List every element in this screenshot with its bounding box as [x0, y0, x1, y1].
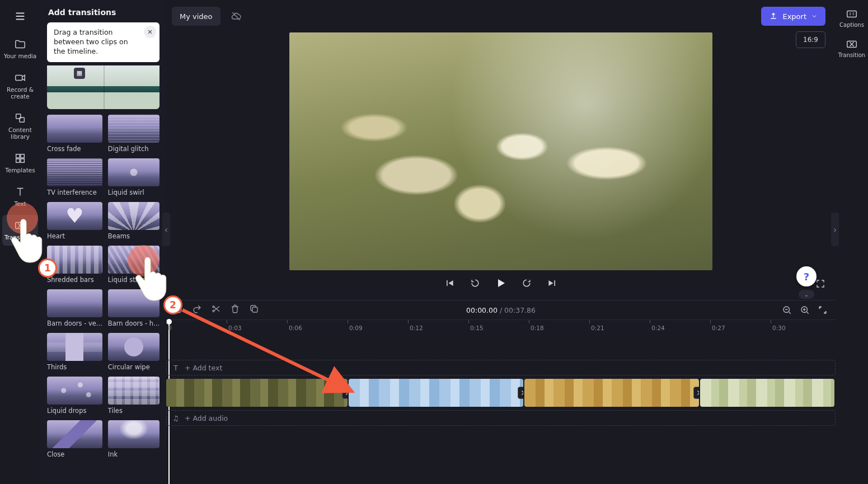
ruler-tick: 0:15	[468, 320, 484, 332]
transition-thumbnail	[47, 289, 102, 317]
redo-button[interactable]	[192, 304, 202, 314]
upload-icon	[769, 12, 778, 21]
split-button[interactable]	[211, 304, 221, 314]
transition-label: TV interference	[47, 189, 102, 196]
transition-marker[interactable]	[518, 387, 523, 399]
tool-content-library[interactable]: Content library	[2, 107, 38, 144]
skip-end-button[interactable]	[545, 276, 560, 290]
transition-item[interactable]: Thirds	[47, 333, 102, 371]
video-clip-1[interactable]	[166, 379, 348, 407]
transitions-panel: Add transitions Drag a transition betwee…	[40, 0, 166, 484]
ruler-tick: 0:09	[348, 320, 363, 332]
transition-item[interactable]: Digital glitch	[108, 115, 159, 153]
transition-thumbnail	[108, 420, 159, 448]
transition-marker[interactable]	[342, 387, 348, 399]
svg-rect-6	[21, 159, 24, 162]
transition-item[interactable]: Barn doors - ve...	[47, 289, 102, 327]
fullscreen-button[interactable]	[815, 279, 825, 291]
transition-label: Liquid drops	[47, 407, 102, 415]
tool-label: Templates	[5, 167, 35, 173]
video-clip-3[interactable]	[524, 379, 699, 407]
transition-thumbnail	[108, 289, 159, 317]
play-button[interactable]	[494, 276, 508, 290]
undo-button[interactable]	[173, 304, 183, 314]
collapse-left-panel[interactable]: ‹	[162, 213, 170, 246]
transition-item[interactable]: TV interference	[47, 158, 102, 196]
transition-item[interactable]: Beams	[108, 202, 159, 240]
transition-marker[interactable]	[693, 387, 699, 399]
transition-thumbnail	[108, 202, 159, 230]
timeline-zoom-controls	[782, 305, 828, 315]
right-label: Transition	[838, 52, 865, 58]
zoom-out-button[interactable]	[782, 305, 792, 315]
project-title-chip[interactable]: My video	[172, 7, 220, 26]
video-clip-4[interactable]	[700, 379, 834, 407]
transition-label: Liquid swirl	[108, 189, 159, 196]
skip-start-button[interactable]	[442, 276, 457, 290]
playback-controls	[442, 276, 560, 290]
tool-label: Content library	[2, 126, 38, 140]
transition-thumbnail	[47, 202, 102, 230]
timeline-timecode: 00:00.00 / 00:37.86	[466, 306, 536, 314]
video-preview[interactable]	[289, 32, 712, 270]
transition-item[interactable]: Cross fade	[47, 115, 102, 153]
menu-button[interactable]	[8, 6, 32, 27]
text-icon	[14, 186, 26, 198]
transition-icon	[846, 38, 858, 50]
transition-label: Cross fade	[47, 145, 102, 153]
camera-icon	[14, 72, 26, 84]
tool-label: Record & create	[2, 86, 38, 100]
video-clip-2[interactable]	[349, 379, 523, 407]
transition-item[interactable]: Liquid swirl	[108, 158, 159, 196]
cloud-sync-button[interactable]	[226, 7, 246, 26]
transition-label: Liquid streaks	[108, 276, 159, 284]
ruler-tick: 0	[166, 320, 172, 332]
tip-preview-image: ▦	[47, 65, 159, 109]
transition-item[interactable]: Barn doors - h...	[108, 289, 159, 327]
transition-item[interactable]: Ink	[108, 420, 159, 458]
forward-5s-button[interactable]	[519, 276, 534, 290]
templates-icon	[14, 152, 26, 165]
ruler-tick: 0:30	[771, 320, 786, 332]
fit-timeline-button[interactable]	[818, 305, 828, 315]
right-rail: Captions Transition	[836, 0, 868, 484]
export-button[interactable]: Export	[761, 7, 825, 26]
transition-item[interactable]: Close	[47, 420, 102, 458]
transitions-grid: Cross fadeDigital glitchTV interferenceL…	[47, 115, 159, 458]
tool-record-create[interactable]: Record & create	[2, 67, 38, 104]
delete-button[interactable]	[230, 304, 240, 314]
transition-label: Ink	[108, 450, 159, 458]
transition-item[interactable]: Tiles	[108, 377, 159, 415]
audio-track[interactable]: ♫ + Add audio	[166, 410, 836, 426]
ruler-tick: 0:24	[650, 320, 665, 332]
transition-label: Close	[47, 450, 102, 458]
transition-item[interactable]: Liquid streaks	[108, 246, 159, 284]
timeline-ruler[interactable]: 00:030:060:090:120:150:180:210:240:270:3…	[166, 319, 836, 332]
transition-label: Circular wipe	[108, 363, 159, 371]
tool-transitions[interactable]: Transitions	[2, 215, 38, 245]
tip-close-button[interactable]	[144, 26, 156, 38]
transition-item[interactable]: Liquid drops	[47, 377, 102, 415]
tool-templates[interactable]: Templates	[2, 148, 38, 178]
transition-item[interactable]: Circular wipe	[108, 333, 159, 371]
right-captions[interactable]: Captions	[838, 4, 865, 31]
transition-label: Thirds	[47, 363, 102, 371]
collapse-right-panel[interactable]: ›	[831, 213, 839, 246]
stage: My video Export 16:9 ? ⌄ 00:00.00 / 0	[166, 0, 836, 484]
tool-your-media[interactable]: Your media	[2, 34, 38, 64]
collapse-timeline-button[interactable]: ⌄	[799, 290, 814, 299]
aspect-ratio-selector[interactable]: 16:9	[796, 31, 825, 48]
library-icon	[14, 112, 26, 124]
right-transition[interactable]: Transition	[838, 35, 865, 62]
help-button[interactable]: ?	[796, 266, 817, 286]
text-track[interactable]: T + Add text	[166, 360, 836, 375]
transition-label: Shredded bars	[47, 276, 102, 284]
rewind-5s-button[interactable]	[468, 276, 482, 290]
tool-text[interactable]: Text	[2, 181, 38, 212]
duplicate-button[interactable]	[249, 304, 259, 314]
transition-item[interactable]: Heart	[47, 202, 102, 240]
transition-item[interactable]: Shredded bars	[47, 246, 102, 284]
stage-header: My video	[172, 7, 246, 26]
tool-label: Your media	[4, 53, 36, 59]
zoom-in-button[interactable]	[800, 305, 810, 315]
